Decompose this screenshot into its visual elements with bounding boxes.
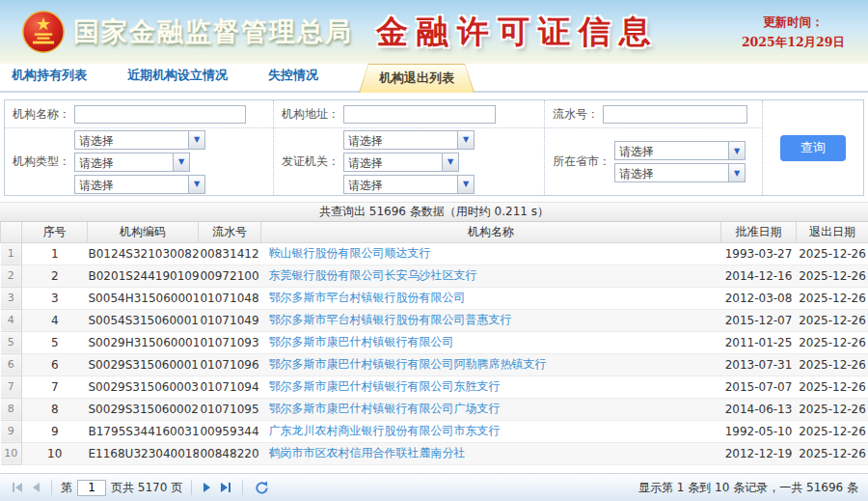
row-gutter-cell: 10 (1, 442, 22, 464)
next-page-icon[interactable] (201, 479, 213, 496)
tab-institution-exit-list-label: 机构退出列表 (360, 65, 474, 93)
cell-institution-name: 鄂尔多斯市康巴什村镇银行有限公司 (261, 331, 721, 353)
cell-institution-code: S0054H315060001 (88, 287, 199, 309)
institution-link[interactable]: 鄂尔多斯市康巴什村镇银行有限公司广场支行 (269, 402, 501, 415)
app-window: 国家金融监督管理总局 金融许可证信息 更新时间： 2025年12月29日 机构持… (0, 0, 868, 501)
cell-approve-date: 2013-07-31 (721, 353, 797, 376)
table-row: 9 9 B1795S344160031 00959344 广东龙川农村商业银行股… (1, 420, 868, 442)
cell-serial-number: 01071049 (199, 309, 261, 331)
chevron-down-icon: ▼ (188, 131, 204, 149)
cell-institution-code: S0029S315060002 (88, 398, 199, 420)
cell-no: 3 (22, 287, 88, 309)
institution-link[interactable]: 鄂尔多斯市罕台村镇银行股份有限公司 (269, 291, 466, 304)
first-page-icon[interactable] (10, 479, 25, 496)
cell-approve-date: 2011-01-25 (721, 331, 797, 353)
query-button[interactable]: 查询 (780, 135, 846, 161)
cell-exit-date: 2025-12-26 (797, 442, 868, 464)
cell-exit-date: 2025-12-26 (797, 264, 868, 287)
table-row: 7 7 S0029S315060003 01071094 鄂尔多斯市康巴什村镇银… (1, 376, 868, 398)
search-col-address-issuer: 机构地址： 发证机关： 请选择 ▼ 请选择 ▼ 请选择 ▼ (274, 100, 545, 195)
cell-no: 10 (22, 442, 88, 464)
tab-loss-of-control[interactable]: 失控情况 (268, 67, 318, 84)
table-row: 1 1 B0124S321030082 00831412 鞍山银行股份有限公司顺… (1, 242, 868, 264)
cell-approve-date: 2014-12-16 (721, 264, 797, 287)
chevron-down-icon: ▼ (728, 164, 745, 181)
update-time-date: 2025年12月29日 (742, 32, 845, 52)
page-prefix: 第 (61, 480, 72, 496)
institution-type-select-2[interactable]: 请选择 ▼ (74, 153, 190, 172)
serial-number-input[interactable] (603, 105, 747, 124)
cell-serial-number: 01071093 (199, 331, 261, 353)
tab-institution-holding-list[interactable]: 机构持有列表 (12, 67, 87, 84)
site-header: 国家金融监督管理总局 金融许可证信息 更新时间： 2025年12月29日 (0, 0, 868, 64)
page-number-input[interactable] (77, 480, 106, 496)
table-row: 5 5 S0029H315060001 01071093 鄂尔多斯市康巴什村镇银… (1, 331, 868, 353)
col-header-approve-date: 批准日期 (721, 222, 797, 242)
row-gutter-cell: 1 (1, 242, 22, 264)
update-time-label: 更新时间： (742, 12, 845, 32)
province-select[interactable]: 请选择 ▼ (614, 141, 746, 160)
cell-no: 9 (22, 420, 88, 442)
gutter-header (1, 222, 22, 242)
institution-link[interactable]: 东莞银行股份有限公司长安乌沙社区支行 (269, 268, 477, 282)
cell-no: 8 (22, 398, 88, 420)
prev-page-icon[interactable] (30, 479, 42, 496)
chevron-down-icon: ▼ (442, 153, 458, 171)
issuing-authority-select-1[interactable]: 请选择 ▼ (343, 130, 475, 150)
tab-bar: 机构持有列表 近期机构设立情况 失控情况 机构退出列表 (0, 64, 868, 93)
cell-institution-name: 鄂尔多斯市康巴什村镇银行有限公司广场支行 (261, 398, 721, 420)
tab-recent-establishment[interactable]: 近期机构设立情况 (127, 67, 228, 84)
institution-link[interactable]: 鄂尔多斯市罕台村镇银行股份有限公司普惠支行 (269, 313, 512, 326)
col-header-name: 机构名称 (261, 222, 721, 242)
cell-no: 6 (22, 353, 88, 376)
table-row: 10 10 E1168U323040018 00848220 鹤岗市市区农村信用… (1, 442, 868, 464)
institution-link[interactable]: 鹤岗市市区农村信用合作联社麓南分社 (269, 446, 466, 459)
tab-institution-exit-list[interactable]: 机构退出列表 (359, 64, 475, 93)
institution-link[interactable]: 鞍山银行股份有限公司顺达支行 (269, 246, 431, 260)
institution-link[interactable]: 鄂尔多斯市康巴什村镇银行有限公司阿勒腾席热镇支行 (269, 357, 547, 371)
search-panel: 机构名称： 机构类型： 请选择 ▼ 请选择 ▼ 请选择 ▼ (4, 99, 864, 196)
city-select[interactable]: 请选择 ▼ (614, 163, 746, 182)
institution-type-select-3[interactable]: 请选择 ▼ (74, 175, 205, 194)
institution-link[interactable]: 鄂尔多斯市康巴什村镇银行有限公司东胜支行 (269, 379, 501, 393)
col-header-serial: 流水号 (199, 222, 261, 242)
issuing-authority-select-3[interactable]: 请选择 ▼ (343, 175, 475, 194)
page-title: 金融许可证信息 (376, 11, 660, 54)
search-col-name-type: 机构名称： 机构类型： 请选择 ▼ 请选择 ▼ 请选择 ▼ (5, 100, 274, 195)
table-header-row: 序号 机构编码 流水号 机构名称 批准日期 退出日期 (1, 222, 868, 242)
cell-institution-name: 鄂尔多斯市康巴什村镇银行有限公司东胜支行 (261, 376, 721, 398)
search-col-serial-region: 流水号： 所在省市： 请选择 ▼ 请选择 ▼ (545, 100, 763, 195)
institution-address-input[interactable] (343, 105, 496, 124)
cell-institution-name: 东莞银行股份有限公司长安乌沙社区支行 (261, 264, 721, 287)
table-row: 2 2 B0201S244190109 00972100 东莞银行股份有限公司长… (1, 264, 868, 287)
agency-name: 国家金融监督管理总局 (73, 14, 353, 49)
chevron-down-icon: ▼ (173, 153, 189, 171)
row-gutter-cell: 9 (1, 420, 22, 442)
cell-serial-number: 01071094 (199, 376, 261, 398)
cell-approve-date: 2015-12-07 (721, 309, 797, 331)
cell-no: 5 (22, 331, 88, 353)
cell-exit-date: 2025-12-26 (797, 242, 868, 264)
update-time: 更新时间： 2025年12月29日 (742, 12, 845, 53)
cell-exit-date: 2025-12-26 (797, 309, 868, 331)
cell-exit-date: 2025-12-26 (797, 331, 868, 353)
cell-approve-date: 2012-03-08 (721, 287, 797, 309)
divider (51, 480, 52, 495)
refresh-icon[interactable] (252, 479, 272, 496)
row-gutter-cell: 8 (1, 398, 22, 420)
institution-link[interactable]: 鄂尔多斯市康巴什村镇银行有限公司 (269, 335, 454, 348)
row-gutter-cell: 6 (1, 353, 22, 376)
divider (191, 480, 192, 495)
table-row: 6 6 S0029S315060001 01071096 鄂尔多斯市康巴什村镇银… (1, 353, 868, 376)
cell-institution-name: 鄂尔多斯市康巴什村镇银行有限公司阿勒腾席热镇支行 (261, 353, 721, 376)
page-suffix: 页共 5170 页 (111, 480, 182, 496)
cell-institution-code: B1795S344160031 (88, 420, 199, 442)
issuing-authority-select-2[interactable]: 请选择 ▼ (343, 153, 459, 172)
last-page-icon[interactable] (218, 479, 233, 496)
cell-exit-date: 2025-12-26 (797, 353, 868, 376)
institution-name-input[interactable] (74, 105, 246, 124)
institution-type-select-1[interactable]: 请选择 ▼ (74, 130, 205, 150)
institution-link[interactable]: 广东龙川农村商业银行股份有限公司市东支行 (269, 424, 501, 437)
divider (242, 480, 243, 495)
col-header-no: 序号 (22, 222, 88, 242)
